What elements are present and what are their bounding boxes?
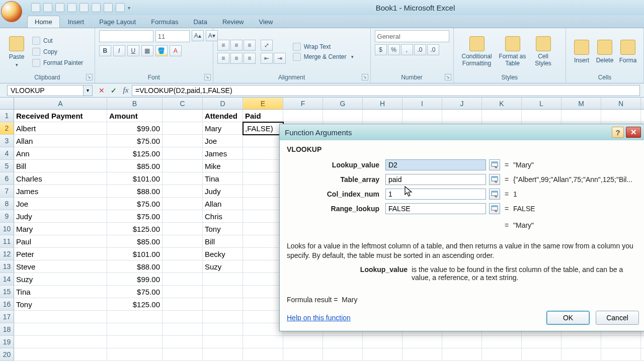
cell[interactable]: Bill: [14, 160, 107, 172]
cell[interactable]: [163, 223, 203, 235]
number-format-combo[interactable]: General: [375, 30, 449, 42]
font-name-combo[interactable]: [99, 30, 153, 42]
row-header[interactable]: 4: [0, 147, 14, 160]
cell[interactable]: Allan: [203, 198, 243, 210]
qat-icon[interactable]: [104, 3, 113, 12]
cell[interactable]: [163, 348, 203, 361]
cell[interactable]: Steve: [14, 260, 107, 273]
cell[interactable]: [442, 110, 482, 122]
cell[interactable]: $75.00: [107, 135, 163, 147]
column-header[interactable]: J: [442, 98, 482, 110]
cell[interactable]: Received Payment: [14, 110, 107, 122]
row-header[interactable]: 11: [0, 235, 14, 248]
row-header[interactable]: 8: [0, 198, 14, 210]
column-header[interactable]: B: [107, 98, 163, 110]
qat-icon[interactable]: [116, 3, 125, 12]
column-header[interactable]: L: [522, 98, 561, 110]
cell[interactable]: Joe: [14, 198, 107, 210]
cell[interactable]: [203, 273, 243, 286]
cell[interactable]: [403, 110, 442, 122]
cell[interactable]: [243, 311, 283, 323]
cell[interactable]: Suzy: [14, 273, 107, 286]
cell[interactable]: [243, 198, 283, 210]
insert-function-button[interactable]: fx: [120, 85, 131, 96]
collapse-dialog-icon[interactable]: [489, 203, 500, 214]
cell[interactable]: [403, 336, 442, 348]
dialog-launcher-icon[interactable]: ↘: [86, 74, 93, 80]
cell[interactable]: [601, 348, 641, 361]
font-color-button[interactable]: A: [170, 45, 182, 56]
row-header[interactable]: 6: [0, 172, 14, 185]
arg-input[interactable]: [385, 174, 486, 185]
cell[interactable]: Judy: [14, 210, 107, 223]
cell[interactable]: Tina: [14, 286, 107, 298]
cell[interactable]: [163, 260, 203, 273]
cell[interactable]: Tina: [203, 172, 243, 185]
cell[interactable]: [641, 336, 644, 348]
cell[interactable]: Tony: [203, 223, 243, 235]
cell[interactable]: [14, 336, 107, 348]
paste-button[interactable]: Paste ▾: [4, 32, 29, 71]
cell[interactable]: [163, 172, 203, 185]
cell[interactable]: Joe: [203, 135, 243, 147]
cell[interactable]: [243, 185, 283, 198]
row-header[interactable]: 17: [0, 311, 14, 323]
cell[interactable]: James: [203, 147, 243, 160]
qat-icon[interactable]: [79, 3, 89, 12]
cell[interactable]: [163, 235, 203, 248]
cell[interactable]: [14, 311, 107, 323]
row-header[interactable]: 18: [0, 323, 14, 336]
cell[interactable]: $85.00: [107, 235, 163, 248]
cell[interactable]: [522, 336, 561, 348]
name-box[interactable]: VLOOKUP ▾: [7, 85, 93, 96]
cancel-formula-button[interactable]: ✕: [96, 85, 107, 96]
copy-button[interactable]: Copy: [32, 48, 83, 56]
cell[interactable]: [163, 323, 203, 336]
align-bottom-button[interactable]: ≡: [244, 40, 256, 51]
cell[interactable]: ,FALSE): [243, 122, 283, 135]
enter-formula-button[interactable]: ✓: [108, 85, 119, 96]
cell[interactable]: $99.00: [107, 122, 163, 135]
cell[interactable]: [243, 135, 283, 147]
cell[interactable]: Albert: [14, 122, 107, 135]
help-link[interactable]: Help on this function: [287, 314, 351, 322]
column-header[interactable]: H: [363, 98, 403, 110]
column-header[interactable]: D: [203, 98, 243, 110]
cell[interactable]: [163, 286, 203, 298]
cell[interactable]: [163, 248, 203, 260]
cell[interactable]: [243, 323, 283, 336]
cell[interactable]: Paul: [14, 235, 107, 248]
redo-icon[interactable]: [55, 3, 64, 12]
cell[interactable]: [522, 348, 561, 361]
cell[interactable]: [243, 260, 283, 273]
row-header[interactable]: 15: [0, 286, 14, 298]
cell[interactable]: [243, 235, 283, 248]
cell[interactable]: [163, 311, 203, 323]
row-header[interactable]: 2: [0, 122, 14, 135]
arg-input[interactable]: [385, 159, 486, 170]
cell[interactable]: [283, 336, 323, 348]
print-icon[interactable]: [67, 3, 76, 12]
help-button[interactable]: ?: [612, 127, 624, 138]
cell[interactable]: $75.00: [107, 198, 163, 210]
cell[interactable]: [243, 147, 283, 160]
row-header[interactable]: 5: [0, 160, 14, 172]
increase-indent-button[interactable]: ⇥: [274, 53, 286, 64]
cell[interactable]: [403, 348, 442, 361]
cell[interactable]: $75.00: [107, 210, 163, 223]
cell[interactable]: $125.00: [107, 223, 163, 235]
cell[interactable]: [163, 185, 203, 198]
column-header[interactable]: F: [283, 98, 323, 110]
cell[interactable]: [243, 336, 283, 348]
cell[interactable]: [163, 336, 203, 348]
cell[interactable]: [482, 336, 522, 348]
cell[interactable]: [442, 348, 482, 361]
cell[interactable]: [203, 311, 243, 323]
cancel-button[interactable]: Cancel: [596, 311, 639, 325]
arg-input[interactable]: [385, 189, 486, 200]
column-header[interactable]: I: [403, 98, 442, 110]
cell[interactable]: [243, 172, 283, 185]
cell[interactable]: [482, 348, 522, 361]
cell[interactable]: Attended: [203, 110, 243, 122]
tab-page-layout[interactable]: Page Layout: [92, 16, 143, 28]
